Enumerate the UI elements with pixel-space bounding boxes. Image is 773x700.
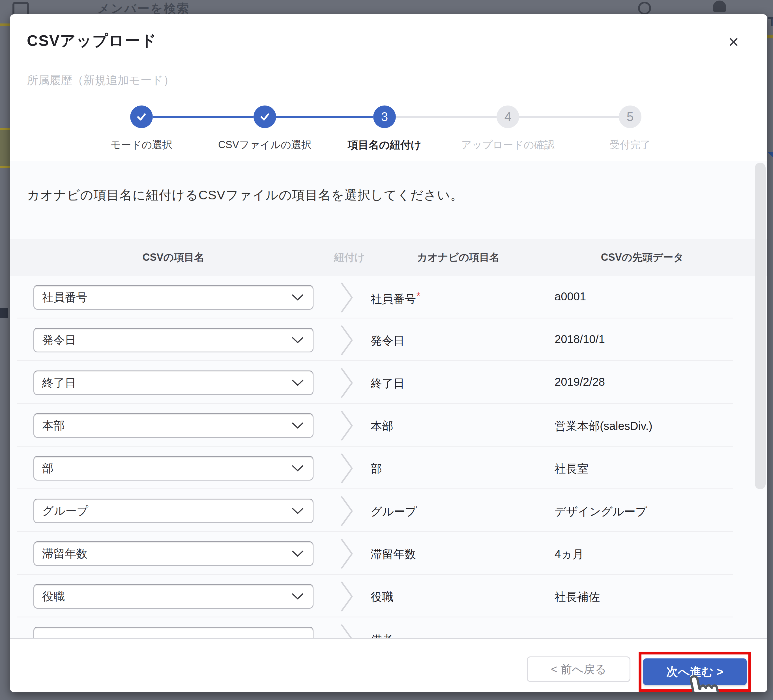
- backdrop-olive-badge: [0, 128, 10, 168]
- kaonavi-field-label: 本部: [371, 418, 393, 434]
- chevron-down-icon: [291, 336, 304, 344]
- chevron-down-icon: [291, 464, 304, 472]
- step-1-circle-check-icon: [130, 105, 153, 128]
- csv-sample-value: a0001: [554, 290, 586, 303]
- link-chevron-icon: [340, 581, 355, 612]
- stepper-line-2-3: [276, 116, 373, 118]
- step-4-circle: 4: [497, 105, 519, 128]
- chevron-down-icon: [291, 550, 304, 557]
- backdrop-blue-wedge: [767, 152, 773, 158]
- step-3-circle: 3: [373, 105, 396, 128]
- csv-field-value: 社員番号: [42, 289, 87, 305]
- link-chevron-icon: [340, 623, 355, 638]
- kaonavi-field-label: 部: [371, 461, 382, 477]
- stepper-line-1-2: [153, 116, 253, 118]
- header-kaonavi-field: カオナビの項目名: [371, 251, 546, 265]
- csv-field-select[interactable]: 役職: [33, 584, 314, 609]
- csv-upload-modal: CSVアップロード × 所属履歴（新規追加モード） 3 4 5 モードの選択 C…: [10, 14, 767, 692]
- table-row: 社員番号 社員番号* a0001: [10, 285, 767, 328]
- csv-sample-value: 社長室: [554, 461, 589, 477]
- table-header-band: CSVの項目名 紐付け カオナビの項目名 CSVの先頭データ: [10, 239, 767, 276]
- step-3-label: 項目名の紐付け: [322, 138, 447, 152]
- link-chevron-icon: [340, 367, 355, 399]
- step-2-circle-check-icon: [253, 105, 276, 128]
- backdrop-bell-icon: [713, 0, 726, 12]
- csv-sample-value: 4ヵ月: [554, 546, 584, 562]
- link-chevron-icon: [340, 452, 355, 484]
- step-2-label: CSVファイルの選択: [202, 138, 327, 152]
- step-5-circle: 5: [619, 105, 641, 128]
- link-chevron-icon: [340, 282, 355, 313]
- csv-sample-value: 社長補佐: [554, 589, 600, 605]
- close-icon[interactable]: ×: [720, 28, 748, 56]
- table-row: グループ グループ デザイングループ: [10, 499, 767, 541]
- kaonavi-field-label: 発令日: [371, 333, 405, 348]
- link-chevron-icon: [340, 410, 355, 442]
- kaonavi-field-label: 備考: [371, 632, 393, 638]
- csv-field-value: グループ: [42, 503, 88, 519]
- chevron-down-icon: [291, 379, 304, 387]
- csv-sample-value: 2018/10/1: [554, 333, 605, 346]
- back-button[interactable]: < 前へ戻る: [527, 656, 630, 682]
- backdrop-accent-line: [0, 23, 10, 26]
- modal-footer: < 前へ戻る 次へ進む >: [10, 638, 767, 692]
- csv-field-select[interactable]: 部: [33, 456, 314, 480]
- csv-field-value: 部: [42, 460, 53, 476]
- title-divider: [10, 62, 767, 62]
- chevron-down-icon: [291, 507, 304, 515]
- csv-field-value: 滞留年数: [42, 546, 87, 561]
- kaonavi-field-label: グループ: [371, 504, 417, 519]
- csv-sample-value: デザイングループ: [554, 504, 647, 519]
- table-row: 終了日 終了日 2019/2/28: [10, 370, 767, 413]
- csv-field-select[interactable]: 終了日: [33, 370, 314, 395]
- step-5-number: 5: [627, 110, 633, 124]
- table-row: 役職 役職 社長補佐: [10, 584, 767, 627]
- step-4-label: アップロードの確認: [446, 138, 570, 152]
- table-row: 備考: [10, 627, 767, 638]
- csv-sample-value: 営業本部(salesDiv.): [554, 418, 653, 434]
- backdrop-glyph: [0, 308, 8, 318]
- csv-field-value: 発令日: [42, 332, 76, 348]
- instruction-text: カオナビの項目名に紐付けるCSVファイルの項目名を選択してください。: [27, 187, 464, 204]
- kaonavi-field-text: 社員番号: [371, 293, 416, 305]
- kaonavi-field-label: 滞留年数: [371, 546, 416, 562]
- modal-title: CSVアップロード: [27, 31, 157, 51]
- link-chevron-icon: [340, 495, 355, 527]
- header-csv-sample: CSVの先頭データ: [554, 251, 730, 265]
- chevron-down-icon: [291, 293, 304, 301]
- csv-field-value: 本部: [42, 418, 65, 433]
- csv-field-select[interactable]: 社員番号: [33, 285, 314, 310]
- csv-field-select[interactable]: グループ: [33, 499, 314, 523]
- csv-sample-value: 2019/2/28: [554, 376, 605, 388]
- chevron-down-icon: [291, 592, 304, 600]
- step-4-number: 4: [505, 110, 511, 124]
- step-3-number: 3: [381, 110, 388, 124]
- modal-subtitle: 所属履歴（新規追加モード）: [27, 72, 174, 88]
- scrollbar-thumb[interactable]: [755, 163, 766, 489]
- header-link: 紐付け: [327, 251, 372, 265]
- csv-field-value: 終了日: [42, 375, 76, 391]
- header-csv-field: CSVの項目名: [33, 251, 314, 265]
- csv-field-select[interactable]: [33, 627, 314, 638]
- mapping-scroll-area: カオナビの項目名に紐付けるCSVファイルの項目名を選択してください。 CSVの項…: [10, 161, 767, 638]
- chevron-down-icon: [291, 421, 304, 429]
- link-chevron-icon: [340, 538, 355, 570]
- stepper-line-4-5: [519, 116, 619, 118]
- kaonavi-field-label: 役職: [371, 589, 393, 605]
- table-row: 本部 本部 営業本部(salesDiv.): [10, 413, 767, 456]
- required-asterisk: *: [416, 290, 420, 301]
- backdrop-search-icon: [638, 2, 651, 15]
- csv-field-select[interactable]: 発令日: [33, 328, 314, 352]
- csv-field-select[interactable]: 滞留年数: [33, 541, 314, 566]
- csv-field-select[interactable]: 本部: [33, 413, 314, 438]
- table-row: 部 部 社長室: [10, 456, 767, 499]
- table-row: 発令日 発令日 2018/10/1: [10, 328, 767, 370]
- step-5-label: 受付完了: [568, 138, 692, 152]
- link-chevron-icon: [340, 324, 355, 356]
- kaonavi-field-label: 社員番号*: [371, 290, 420, 307]
- stepper-line-3-4: [396, 116, 497, 118]
- table-row: 滞留年数 滞留年数 4ヵ月: [10, 541, 767, 584]
- backdrop-olive-line: [767, 35, 773, 38]
- kaonavi-field-label: 終了日: [371, 376, 405, 391]
- csv-field-value: 役職: [42, 588, 65, 604]
